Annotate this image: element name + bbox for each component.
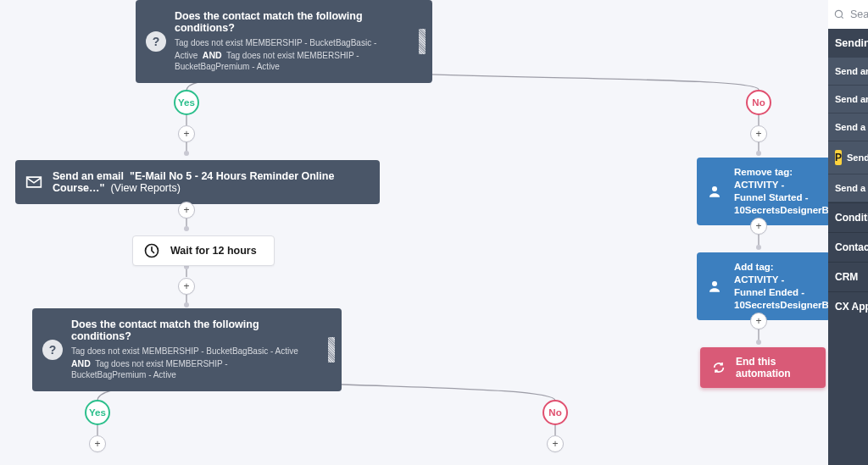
add-step-button[interactable]: + bbox=[178, 125, 195, 142]
svg-point-3 bbox=[184, 226, 189, 231]
search-icon bbox=[833, 8, 845, 20]
add-step-button[interactable]: + bbox=[750, 125, 767, 142]
send-email-node[interactable]: Send an email "E-Mail No 5 - 24 Hours Re… bbox=[15, 160, 380, 204]
add-step-button[interactable]: + bbox=[178, 278, 195, 295]
add-step-button[interactable]: + bbox=[178, 202, 195, 219]
flow-connectors bbox=[0, 0, 868, 465]
envelope-icon bbox=[25, 174, 42, 191]
sidebar-section-conditions[interactable]: Conditions and Workflow bbox=[828, 202, 868, 232]
condition-body: Tag does not exist MEMBERSHIP - BucketBa… bbox=[71, 346, 303, 381]
user-icon bbox=[707, 279, 722, 294]
svg-point-9 bbox=[756, 245, 761, 250]
remove-tag-node[interactable]: Remove tag: ACTIVITY - Funnel Started - … bbox=[697, 158, 831, 225]
view-reports-link[interactable]: (View Reports) bbox=[110, 182, 180, 194]
question-icon: ? bbox=[42, 340, 63, 360]
user-icon bbox=[707, 184, 722, 199]
drag-handle-icon[interactable] bbox=[328, 337, 335, 363]
condition-node-2[interactable]: ? Does the contact match the following c… bbox=[32, 308, 342, 391]
add-tag-node[interactable]: Add tag: ACTIVITY - Funnel Ended - 10Sec… bbox=[697, 252, 831, 320]
wait-node[interactable]: Wait for 12 hours bbox=[132, 235, 275, 266]
drag-handle-icon[interactable] bbox=[419, 29, 426, 54]
clock-icon bbox=[143, 242, 160, 259]
add-step-button[interactable]: + bbox=[89, 435, 106, 452]
actions-sidebar[interactable]: Search Sending Options Send an email Sen… bbox=[828, 0, 868, 465]
end-automation-node[interactable]: End this automation bbox=[700, 347, 826, 388]
automation-canvas[interactable]: ? Does the contact match the following c… bbox=[0, 0, 868, 465]
svg-point-14 bbox=[712, 281, 717, 286]
branch-yes-1[interactable]: Yes bbox=[174, 90, 199, 115]
condition-title: Does the contact match the following con… bbox=[175, 10, 393, 34]
condition-node-1[interactable]: ? Does the contact match the following c… bbox=[136, 0, 432, 83]
branch-no-1[interactable]: No bbox=[746, 90, 771, 115]
sidebar-section-contacts[interactable]: Contacts bbox=[828, 232, 868, 262]
wait-label: Wait for 12 hours bbox=[170, 245, 257, 257]
add-step-button[interactable]: + bbox=[547, 435, 564, 452]
branch-yes-2[interactable]: Yes bbox=[85, 400, 110, 425]
search-placeholder: Search bbox=[850, 8, 868, 20]
svg-point-11 bbox=[756, 340, 761, 345]
svg-point-5 bbox=[184, 302, 189, 307]
cycle-icon bbox=[712, 361, 726, 374]
condition-title: Does the contact match the following con… bbox=[71, 318, 303, 342]
svg-point-15 bbox=[835, 10, 842, 17]
sidebar-item-send-email[interactable]: Send an email bbox=[828, 58, 868, 86]
sidebar-item-postmark[interactable]: PSend transactional email bbox=[828, 141, 868, 174]
sending-options-header: Sending Options bbox=[828, 29, 868, 58]
email-action-label: Send an email bbox=[53, 170, 124, 182]
sidebar-item-send-sms[interactable]: Send an SMS bbox=[828, 86, 868, 113]
svg-point-1 bbox=[184, 151, 189, 156]
svg-point-13 bbox=[712, 186, 717, 191]
sidebar-section-crm[interactable]: CRM bbox=[828, 262, 868, 291]
sidebar-item-send-1to1[interactable]: Send a 1:1 email bbox=[828, 174, 868, 202]
search-input[interactable]: Search bbox=[828, 0, 868, 29]
svg-point-7 bbox=[756, 151, 761, 156]
branch-no-2[interactable]: No bbox=[542, 400, 568, 425]
sidebar-section-cx-apps[interactable]: CX Apps bbox=[828, 291, 868, 321]
add-step-button[interactable]: + bbox=[750, 218, 767, 235]
postmark-icon: P bbox=[835, 150, 842, 165]
question-icon: ? bbox=[146, 31, 166, 52]
sidebar-item-send-notification[interactable]: Send a notification bbox=[828, 113, 868, 141]
add-step-button[interactable]: + bbox=[750, 313, 767, 329]
end-label: End this automation bbox=[736, 356, 791, 379]
condition-body: Tag does not exist MEMBERSHIP - BucketBa… bbox=[175, 37, 393, 73]
